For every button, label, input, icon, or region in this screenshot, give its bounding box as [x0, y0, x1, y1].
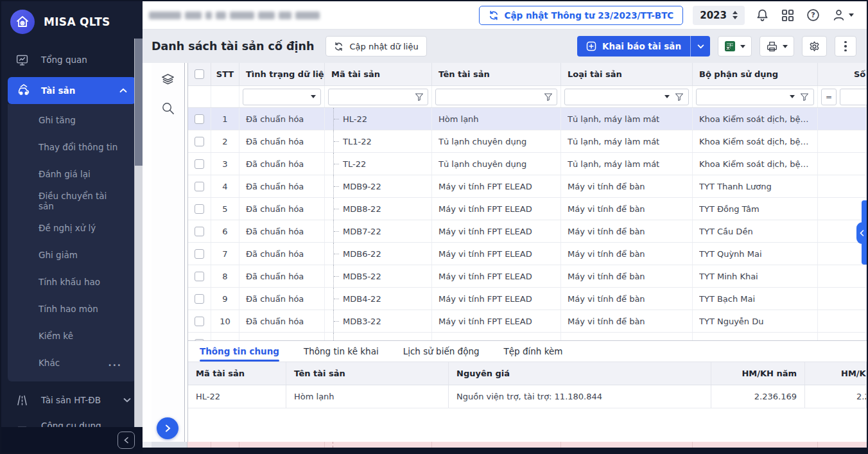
tree-connector — [333, 175, 340, 197]
col-header-ten-tai-san[interactable]: Tên tài sản — [432, 63, 561, 85]
sidebar-item-tong-quan[interactable]: Tổng quan — [1, 49, 143, 71]
search-button[interactable] — [152, 101, 184, 116]
caret-down-icon — [311, 95, 316, 98]
submenu-item-thay-doi-thong-tin[interactable]: Thay đổi thông tin — [8, 134, 136, 161]
submenu-item-ghi-tang[interactable]: Ghi tăng — [8, 107, 136, 134]
funnel-icon[interactable] — [544, 92, 553, 101]
submenu-item-khac[interactable]: Khác ... — [8, 349, 136, 376]
table-row[interactable]: 4 Đã chuẩn hóa MDB9-22 Máy vi tính FPT E… — [188, 175, 867, 198]
sidebar-item-tai-san[interactable]: Tài sản — [8, 77, 136, 104]
submenu-item-kiem-ke[interactable]: Kiểm kê — [8, 322, 136, 349]
refresh-icon — [489, 10, 499, 21]
row-checkbox[interactable] — [195, 159, 204, 169]
sidebar-collapse-button[interactable] — [117, 432, 135, 449]
kebab-icon — [841, 41, 850, 52]
submenu-item-de-nghi-xu-ly[interactable]: Đề nghị xử lý — [8, 214, 136, 241]
dept-filter-select[interactable] — [696, 89, 814, 105]
row-checkbox[interactable] — [195, 114, 204, 124]
status-filter-select[interactable] — [243, 89, 321, 105]
table-row[interactable]: 10 Đã chuẩn hóa MDB3-22 Máy vi tính FPT … — [188, 310, 867, 333]
table-row[interactable]: 8 Đã chuẩn hóa MDB5-22 Máy vi tính FPT E… — [188, 265, 867, 288]
name-filter-input[interactable] — [440, 89, 544, 105]
row-checkbox[interactable] — [195, 249, 204, 259]
submenu-item-tinh-khau-hao[interactable]: Tính khấu hao — [8, 268, 136, 295]
help-button[interactable]: ? — [805, 7, 821, 23]
table-row[interactable]: 3 Đã chuẩn hóa TL-22 Tủ lạnh chuyên dụng… — [188, 153, 867, 175]
tree-connector — [333, 130, 340, 152]
row-checkbox[interactable] — [195, 227, 204, 236]
table-row[interactable]: 6 Đã chuẩn hóa MDB7-22 Máy vi tính FPT E… — [188, 220, 867, 243]
car-icon — [17, 83, 31, 98]
submenu-item-ghi-giam[interactable]: Ghi giảm — [8, 241, 136, 268]
user-menu-button[interactable] — [831, 7, 855, 23]
chevron-down-icon — [697, 44, 704, 49]
settings-button[interactable] — [802, 36, 827, 57]
sidebar-nav: Tổng quan Tài sản Ghi tăng Thay đổi thôn… — [1, 35, 143, 443]
print-button[interactable] — [759, 36, 794, 57]
table-row[interactable]: 5 Đã chuẩn hóa MDB8-22 Máy vi tính FPT E… — [188, 198, 867, 220]
apps-button[interactable] — [780, 8, 795, 23]
submenu-item-dieu-chuyen-tai-san[interactable]: Điều chuyển tài sản — [8, 188, 136, 214]
funnel-icon[interactable] — [800, 92, 809, 101]
table-row[interactable]: 2 Đã chuẩn hóa TL1-22 Tủ lạnh chuyên dụn… — [188, 130, 867, 153]
sidebar-scrollbar-thumb[interactable] — [135, 39, 143, 166]
layers-button[interactable] — [152, 72, 184, 87]
refresh-data-button[interactable]: Cập nhật dữ liệu — [326, 36, 426, 57]
right-panel-toggle[interactable] — [856, 222, 867, 244]
col-header-loai-tai-san[interactable]: Loại tài sản — [561, 63, 693, 85]
row-checkbox[interactable] — [195, 137, 204, 146]
caret-down-icon — [783, 45, 788, 48]
detail-col-hm-kh-cut: HM/K — [805, 362, 867, 385]
declare-asset-caret-button[interactable] — [691, 36, 710, 57]
declare-asset-split-button: Khai báo tài sản — [577, 36, 710, 57]
col-header-stt[interactable]: STT — [211, 63, 239, 85]
row-checkbox[interactable] — [195, 204, 204, 214]
tab-thong-tin-ke-khai[interactable]: Thông tin kê khai — [304, 341, 379, 362]
left-tool-rail — [152, 63, 185, 442]
more-actions-button[interactable] — [835, 36, 856, 57]
row-checkbox[interactable] — [195, 182, 204, 191]
table-row[interactable]: 7 Đã chuẩn hóa MDB6-22 Máy vi tính FPT E… — [188, 243, 867, 265]
misa-logo-icon — [10, 10, 35, 34]
tab-lich-su-bien-dong[interactable]: Lịch sử biến động — [403, 341, 480, 362]
detail-row[interactable]: HL-22 Hòm lạnh Nguồn viện trợ, tài trợ: … — [188, 385, 867, 408]
col-header-bo-phan-su-dung[interactable]: Bộ phận sử dụng — [693, 63, 818, 85]
qty-filter-input[interactable] — [844, 89, 867, 105]
col-header-tinh-trang[interactable]: Tình trạng dữ liệu — [239, 63, 325, 85]
summary-row-cells — [187, 442, 867, 448]
col-header-ma-tai-san[interactable]: Mã tài sản — [325, 63, 432, 85]
submenu-item-tinh-hao-mon[interactable]: Tính hao mòn — [8, 295, 136, 322]
row-checkbox[interactable] — [195, 294, 204, 304]
tab-thong-tin-chung[interactable]: Thông tin chung — [200, 341, 279, 362]
table-row[interactable]: 9 Đã chuẩn hóa MDB4-22 Máy vi tính FPT E… — [188, 288, 867, 310]
qty-filter-operator[interactable]: = — [821, 89, 837, 105]
expand-panel-button[interactable] — [157, 417, 178, 439]
row-checkbox[interactable] — [195, 272, 204, 281]
export-excel-button[interactable] — [718, 36, 752, 57]
tree-connector — [333, 220, 340, 242]
table-row[interactable]: 1 Đã chuẩn hóa HL-22 Hòm lạnh Tủ lạnh, m… — [188, 108, 867, 130]
code-filter-input[interactable] — [333, 89, 415, 105]
col-header-so[interactable]: Số — [818, 63, 867, 85]
select-all-checkbox[interactable] — [195, 69, 204, 79]
tab-tep-dinh-kem[interactable]: Tệp đính kèm — [504, 341, 563, 362]
tree-connector — [333, 153, 340, 175]
update-circular-button[interactable]: Cập nhật Thông tư 23/2023/TT-BTC — [479, 6, 684, 25]
declare-asset-button[interactable]: Khai báo tài sản — [577, 36, 691, 57]
sidebar-scrollbar[interactable] — [134, 39, 143, 428]
chevron-up-icon — [119, 88, 127, 93]
gear-icon — [808, 40, 820, 53]
funnel-icon[interactable] — [415, 92, 424, 101]
asset-table: STT Tình trạng dữ liệu Mã tài sản Tên tà… — [187, 63, 867, 442]
notifications-button[interactable] — [754, 7, 770, 23]
funnel-icon[interactable] — [675, 92, 684, 101]
year-stepper-icon[interactable] — [733, 11, 738, 19]
layers-icon — [161, 72, 175, 87]
type-filter-select[interactable] — [564, 89, 689, 105]
row-checkbox[interactable] — [195, 317, 204, 326]
submenu-item-danh-gia-lai[interactable]: Đánh giá lại — [8, 161, 136, 188]
detail-col-ma-tai-san: Mã tài sản — [188, 362, 286, 385]
help-icon: ? — [806, 8, 820, 22]
year-selector[interactable]: 2023 — [693, 6, 745, 25]
sidebar-item-tai-san-ht-db[interactable]: Tài sản HT-ĐB — [1, 388, 143, 412]
